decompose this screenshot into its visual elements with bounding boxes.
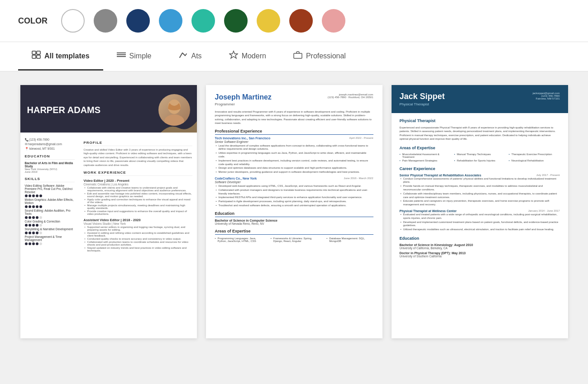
- resume2-job2-company: CodeCrafters Co., New York: [215, 177, 257, 180]
- resume3-j2-b2: Developed and implemented customized tre…: [400, 221, 560, 228]
- resume1-job1-b4: Manage multiple projects simultaneously,…: [84, 204, 192, 209]
- tab-simple-label: Simple: [129, 52, 152, 60]
- resume2-expertise-col2: Frameworks & Libraries: Spring, Django, …: [271, 237, 317, 243]
- resume3-edu-degree1: Bachelor of Science in Kinesiology: Augu…: [400, 243, 560, 250]
- resume1-skill-6: Project Management & Time Management: [25, 235, 75, 242]
- resume2-content: Joseph Martinez Programmer joseph.martin…: [206, 85, 382, 255]
- resume1-skill-4-dots: [25, 224, 75, 227]
- resume3-edu-title: Education: [400, 236, 560, 242]
- color-swatch-dark-green[interactable]: [224, 9, 248, 33]
- resume3-exp-5: Rehabilitation for Sports Injuries: [454, 159, 505, 162]
- resume3-exp-6: Neurological Rehabilitation: [509, 159, 560, 162]
- resume3-exp-2: Manual Therapy Techniques: [454, 153, 505, 158]
- svg-rect-2: [37, 51, 40, 54]
- color-section: COLOR: [0, 0, 588, 42]
- resume2-job1-company: Tech Innovations Inc., San Francisco: [215, 137, 271, 140]
- svg-rect-3: [37, 55, 40, 58]
- color-swatch-brown[interactable]: [289, 9, 313, 33]
- resume3-expertise-section: Areas of Expertise Musculoskeletal Asses…: [400, 146, 560, 162]
- resume2-j1-b4: Design and optimize databases and data s…: [215, 166, 373, 170]
- resume1-job1-b2: Edit and assemble raw footage into polis…: [84, 192, 192, 198]
- tab-modern[interactable]: Modern: [215, 42, 280, 71]
- resume1-job2-b4: Collaborated with production teams to co…: [84, 241, 192, 246]
- color-label: COLOR: [18, 16, 48, 26]
- resume1-edu-degree: Bachelor of Arts in Film and Media Study: [25, 161, 75, 168]
- resume1-job1-b1: Collaborate with clients and creative te…: [84, 186, 192, 192]
- color-swatch-white[interactable]: [61, 9, 85, 33]
- tab-simple[interactable]: Simple: [103, 43, 165, 70]
- tab-all-templates-label: All templates: [44, 52, 90, 60]
- resume2-j2-b1: Developed web-based applications using H…: [215, 185, 373, 188]
- resume2-j2-b2: Collaborated with product managers and d…: [215, 189, 373, 196]
- color-swatch-navy[interactable]: [126, 9, 150, 33]
- resume1-name: HARPER ADAMS: [27, 104, 152, 115]
- resume3-header: Jack Sippet Physical Therapist jacksippe…: [392, 85, 568, 113]
- resume2-expertise-col3: Database Management: SQL, MongoDB: [326, 237, 373, 243]
- resume2-name: Joseph Martinez: [215, 93, 272, 101]
- resume1-edu-year: June 2019: [25, 171, 75, 173]
- resume3-content: Jack Sippet Physical Therapist jacksippe…: [392, 85, 568, 268]
- resume1-right: PROFILE Creative and skilled Video Edito…: [79, 133, 197, 257]
- simple-icon: [117, 51, 126, 61]
- resume2-job2-title: Software Developer: [215, 180, 373, 184]
- resume2-expertise-col1: Programming Languages: Java, Python, Jav…: [215, 237, 262, 243]
- resume3-name: Jack Sippet: [400, 92, 445, 101]
- resume1-location: 📍 Islewood, MT 9/301: [25, 147, 75, 151]
- resume1-skill-2-dots: [25, 205, 75, 208]
- resume3-j1-b4: Educate patients and caregivers on injur…: [400, 199, 560, 207]
- resume3-job1-company: Senior Physical Therapist at Rehabilitat…: [400, 174, 482, 177]
- tab-professional[interactable]: Professional: [280, 43, 359, 71]
- color-swatch-blue[interactable]: [159, 9, 182, 33]
- resume2-job1-date: April 2022 - Present: [349, 137, 373, 140]
- resume1-profile-text: Creative and skilled Video Editor with 3…: [84, 148, 192, 167]
- resume2-edu-school: University of Nevada Reno, Reno, NV: [215, 222, 278, 225]
- resume2-j2-b3: Implemented RESTful APIs and integrated …: [215, 196, 373, 199]
- tab-all-templates[interactable]: All templates: [18, 43, 103, 71]
- resume1-skill-3: Sound Editing: Adobe Audition, Pro Tools: [25, 209, 75, 215]
- resume3-job2-company: Physical Therapist at Wellness Center: [400, 209, 457, 213]
- resume3-job-title: Physical Therapist: [400, 102, 445, 106]
- resume2-j1-b3: Implement best practices in software dev…: [215, 159, 373, 166]
- resume2-exp-title: Professional Experience: [215, 129, 373, 135]
- resume2-contact: joseph.martinez@email.com (123) 456-7890…: [328, 93, 373, 99]
- resume3-job1-header: Senior Physical Therapist at Rehabilitat…: [400, 174, 560, 177]
- resume1-skill-2: Motion Graphics: Adobe After Effects, Mo…: [25, 198, 75, 204]
- resume2-summary: Innovative and results-oriented Programm…: [215, 110, 373, 125]
- resume-card-3[interactable]: Jack Sippet Physical Therapist jacksippe…: [392, 85, 568, 338]
- resume1-skill-1: Video Editing Software: Adobe Premiere P…: [25, 184, 75, 194]
- resume1-job2-company: Visual Visions Studio | New York: [84, 222, 192, 225]
- resume-card-1[interactable]: HARPER ADAMS 📞 (123) 456-7890: [20, 85, 197, 338]
- resume2-job2-header: CodeCrafters Co., New York June 2016 - M…: [215, 177, 373, 180]
- resume1-skill-5: Storytelling & Narrative Development: [25, 228, 75, 231]
- resume-card-2[interactable]: Joseph Martinez Programmer joseph.martin…: [206, 85, 382, 338]
- resume1-body: 📞 (123) 456-7890 ✉ harperadams@gmail.com…: [20, 133, 197, 257]
- resume2-job1-header: Tech Innovations Inc., San Francisco Apr…: [215, 137, 373, 140]
- resume1-job2-title: Assistant Video Editor | 2018 - 2020: [84, 218, 192, 222]
- resume3-job2-date: January 2014 - June 2017: [528, 209, 560, 213]
- resume3-body: Physical Therapist Experienced and compa…: [392, 113, 568, 268]
- resume1-profile-title: PROFILE: [84, 141, 192, 146]
- resume3-j2-b1: Evaluated and treated patients with a wi…: [400, 213, 560, 220]
- resume2-phone: (123) 456-7890 · Rockford, OH 26501: [328, 96, 373, 99]
- color-swatch-teal[interactable]: [191, 9, 215, 33]
- color-swatch-gray[interactable]: [94, 9, 117, 33]
- resume3-contact: jacksippet@gmail.com (123) 456-7890 Fair…: [532, 92, 559, 100]
- modern-icon: [229, 50, 238, 62]
- resume2-job1-title: Senior Software Engineer: [215, 140, 373, 143]
- resume3-j2-b3: Utilized therapeutic modalities such as …: [400, 228, 560, 232]
- resume1-education-title: EDUCATION: [25, 154, 75, 160]
- resume2-exp-item3: Database Management: SQL, MongoDB: [326, 237, 373, 242]
- resume3-expertise-title: Areas of Expertise: [400, 146, 560, 151]
- resume1-skill-5-dots: [25, 232, 75, 234]
- resume1-header: HARPER ADAMS: [20, 85, 197, 133]
- resume3-job1-date: July 2017 - Present: [536, 174, 560, 177]
- resume2-expertise-section: Areas of Expertise Programming Languages…: [215, 229, 373, 243]
- tab-ats[interactable]: Ats: [165, 43, 215, 70]
- resume3-j1-b3: Collaborate with interdisciplinary team …: [400, 192, 560, 199]
- color-swatch-pink[interactable]: [322, 9, 345, 33]
- resume2-edu-degree: Bachelor of Science in Computer Science: [215, 219, 278, 222]
- resume1-skill-4: Color Grading & Correction: [25, 220, 75, 223]
- resume2-j1-b5: Mentor junior developers, providing guid…: [215, 171, 373, 174]
- resume2-experience-section: Professional Experience Tech Innovations…: [215, 129, 373, 208]
- color-swatch-yellow[interactable]: [257, 9, 280, 33]
